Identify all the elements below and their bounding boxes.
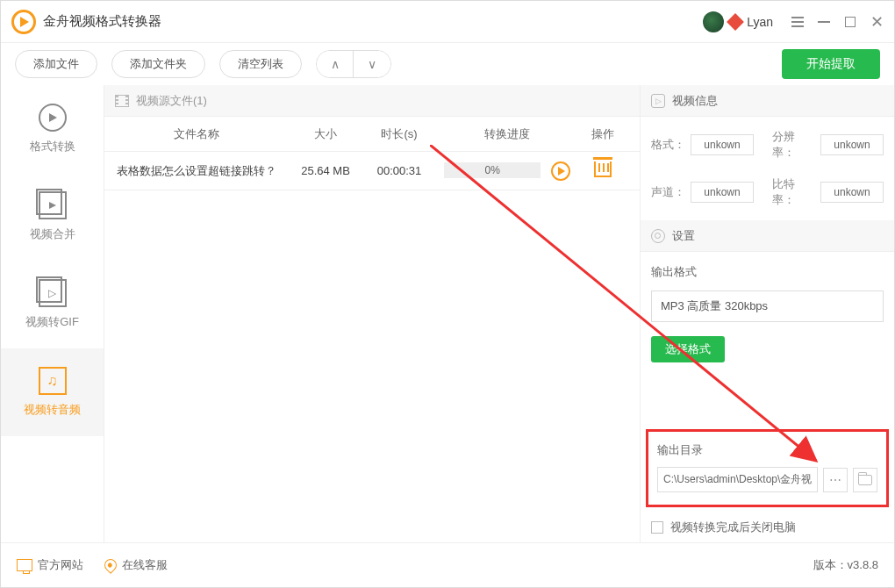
move-down-button[interactable]: ∨ [354,51,390,77]
sidebar-item-video-to-audio[interactable]: 视频转音频 [1,348,104,436]
avatar-icon [703,11,724,32]
clear-list-button[interactable]: 清空列表 [219,50,302,78]
sidebar-label: 视频合并 [30,226,75,242]
start-extract-button[interactable]: 开始提取 [782,49,880,79]
col-name-header: 文件名称 [104,126,289,142]
play-icon[interactable] [551,161,570,181]
col-size-header: 大小 [289,126,362,142]
shutdown-checkbox-row[interactable]: 视频转换完成后关闭电脑 [641,513,894,542]
menu-button[interactable] [791,15,805,29]
online-service-link[interactable]: 在线客服 [104,557,168,573]
open-folder-button[interactable] [853,468,877,492]
browse-button[interactable]: ⋯ [823,468,848,492]
delete-icon[interactable] [594,161,612,177]
format-value: unkown [691,134,754,155]
move-up-button[interactable]: ∧ [317,51,354,77]
table-header: 文件名称 大小 时长(s) 转换进度 操作 [104,117,640,152]
table-row[interactable]: 表格数据怎么设置超链接跳转？ 25.64 MB 00:00:31 0% [104,152,640,190]
choose-format-button[interactable]: 选择格式 [651,336,725,362]
username-label: Lyan [747,15,773,29]
vip-diamond-icon [727,13,744,31]
online-service-label: 在线客服 [122,557,168,573]
channel-label: 声道： [651,184,685,200]
file-area: 视频源文件(1) 文件名称 大小 时长(s) 转换进度 操作 表格数据怎么设置超… [104,85,640,542]
footer: 官方网站 在线客服 版本：v3.8.8 [1,542,894,586]
output-format-label: 输出格式 [651,264,884,280]
file-header-label: 视频源文件(1) [136,93,207,109]
music-icon [39,367,67,395]
convert-icon [39,104,67,132]
add-file-button[interactable]: 添加文件 [15,50,97,78]
bitrate-value: unkown [820,182,884,203]
file-panel-header: 视频源文件(1) [104,85,640,117]
app-logo-icon [11,10,36,34]
bitrate-label: 比特率： [772,176,816,208]
toolbar: 添加文件 添加文件夹 清空列表 ∧ ∨ 开始提取 [1,43,894,85]
output-dir-section: 输出目录 C:\Users\admin\Desktop\金舟视 ⋯ [646,429,889,507]
resolution-label: 分辨率： [772,129,816,161]
info-icon [651,94,665,108]
col-operation-header: 操作 [578,126,627,142]
folder-icon [858,475,872,485]
col-progress-header: 转换进度 [436,126,578,142]
cell-size: 25.64 MB [289,164,362,177]
add-folder-button[interactable]: 添加文件夹 [111,50,205,78]
shutdown-label: 视频转换完成后关闭电脑 [670,520,796,535]
cell-duration: 00:00:31 [362,164,436,177]
video-info-header: 视频信息 [641,85,894,117]
sidebar-label: 格式转换 [30,139,75,154]
resolution-value: unkown [820,134,884,155]
cell-progress: 0% [436,161,578,181]
cell-operation [578,161,627,180]
cell-name: 表格数据怎么设置超链接跳转？ [104,163,289,179]
settings-header-label: 设置 [672,228,695,244]
user-area[interactable]: Lyan [703,11,773,32]
monitor-icon [17,559,32,571]
sidebar-label: 视频转GIF [25,314,79,330]
film-icon [115,95,129,107]
sidebar-label: 视频转音频 [24,402,81,418]
info-header-label: 视频信息 [672,93,718,109]
output-dir-label: 输出目录 [657,442,877,458]
minimize-button[interactable] [817,15,831,29]
official-site-label: 官方网站 [38,557,83,573]
official-site-link[interactable]: 官方网站 [17,557,83,573]
col-duration-header: 时长(s) [362,126,436,142]
output-dir-input[interactable]: C:\Users\admin\Desktop\金舟视 [657,467,818,492]
gear-icon [651,229,665,243]
version-label: 版本：v3.8.8 [813,557,878,573]
checkbox-icon[interactable] [651,521,663,534]
progress-bar: 0% [444,162,541,178]
sidebar-item-video-to-gif[interactable]: 视频转GIF [1,261,104,348]
sidebar: 格式转换 视频合并 视频转GIF 视频转音频 [1,85,104,542]
settings-header: 设置 [641,220,894,252]
titlebar: 金舟视频格式转换器 Lyan ✕ [1,1,894,43]
sidebar-item-video-merge[interactable]: 视频合并 [1,173,104,261]
gif-icon [39,279,67,307]
maximize-button[interactable] [843,15,857,29]
merge-icon [39,191,67,219]
app-title: 金舟视频格式转换器 [43,13,161,30]
sidebar-item-format-convert[interactable]: 格式转换 [1,85,104,173]
right-panel: 视频信息 格式：unkown 分辨率：unkown 声道：unkown 比特率：… [640,85,894,542]
headset-icon [102,556,119,574]
output-format-value[interactable]: MP3 高质量 320kbps [651,290,884,322]
close-button[interactable]: ✕ [870,15,884,29]
channel-value: unkown [691,182,754,203]
format-label: 格式： [651,137,685,153]
